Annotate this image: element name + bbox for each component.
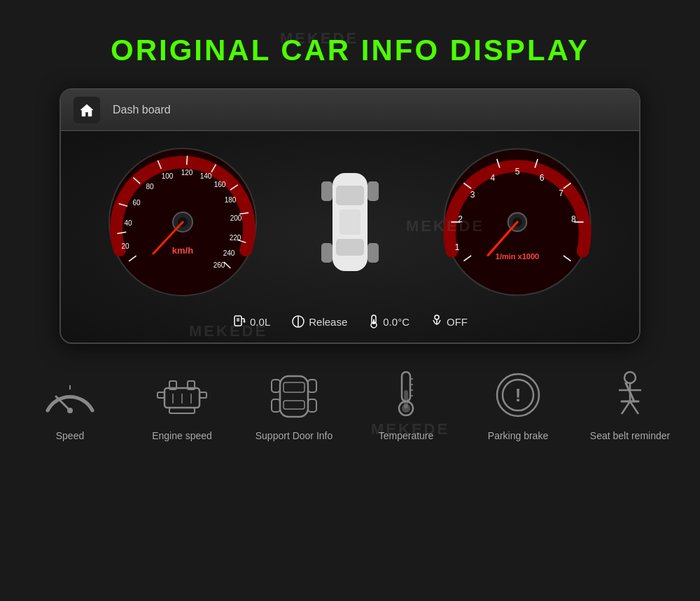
svg-rect-80 <box>200 392 206 398</box>
handbrake-value: Release <box>309 316 347 328</box>
temp-value: 0.0°C <box>383 316 410 328</box>
feature-parking-brake: ! Parking brake <box>476 371 560 443</box>
door-info-icon <box>266 373 322 418</box>
svg-text:4: 4 <box>490 173 495 183</box>
svg-line-107 <box>630 401 638 414</box>
temperature-label: Temperature <box>379 429 434 443</box>
fuel-value: 0.0L <box>250 316 270 328</box>
seatbelt-label: Seat belt reminder <box>590 429 670 443</box>
svg-text:140: 140 <box>200 172 212 180</box>
dashboard-label: Dash board <box>113 104 171 116</box>
seatbelt-value: OFF <box>447 316 468 328</box>
temp-status: 0.0°C <box>368 315 410 329</box>
svg-rect-33 <box>321 181 332 201</box>
speed-icon <box>42 374 98 416</box>
svg-text:7: 7 <box>559 188 564 198</box>
speedometer: 20 40 60 80 100 120 140 160 180 200 220 … <box>106 145 260 299</box>
fuel-status: 0.0L <box>232 315 270 329</box>
dashboard-screen: Dash board <box>59 88 640 344</box>
svg-rect-34 <box>368 181 379 201</box>
engine-speed-label: Engine speed <box>152 429 212 443</box>
door-icon-wrap <box>266 371 322 420</box>
door-info-label: Support Door Info <box>255 429 333 443</box>
speed-icon-wrap <box>42 371 98 420</box>
svg-rect-87 <box>284 401 304 409</box>
svg-rect-90 <box>272 399 280 412</box>
engine-icon-wrap <box>154 371 210 420</box>
svg-rect-91 <box>308 399 316 412</box>
dashboard-header: Dash board <box>61 90 639 131</box>
svg-line-106 <box>622 401 630 414</box>
thermometer-icon <box>368 315 379 329</box>
home-icon <box>79 103 94 117</box>
parking-brake-icon: ! <box>493 371 542 420</box>
gauges-row: 20 40 60 80 100 120 140 160 180 200 220 … <box>82 145 618 299</box>
feature-seatbelt: Seat belt reminder <box>588 371 672 443</box>
svg-text:120: 120 <box>181 169 193 177</box>
svg-point-99 <box>402 404 410 413</box>
svg-point-103 <box>624 372 636 383</box>
svg-text:220: 220 <box>230 234 241 242</box>
status-bar: 0.0L Release 0.0°C <box>232 309 468 331</box>
handbrake-icon <box>291 315 305 329</box>
seatbelt-icon <box>609 371 651 420</box>
features-row: Speed Engine speed <box>0 371 700 443</box>
svg-text:3: 3 <box>470 190 475 200</box>
engine-icon <box>154 373 210 418</box>
svg-rect-31 <box>336 186 364 205</box>
handbrake-status: Release <box>291 315 347 329</box>
feature-door-info: Support Door Info <box>252 371 336 443</box>
svg-text:6: 6 <box>539 173 544 183</box>
svg-marker-0 <box>80 104 93 116</box>
svg-text:240: 240 <box>223 249 235 257</box>
temperature-icon <box>392 371 420 420</box>
svg-rect-36 <box>368 243 379 263</box>
parking-brake-label: Parking brake <box>488 429 548 443</box>
seatbelt-icon-wrap <box>602 371 658 420</box>
svg-text:5: 5 <box>514 167 519 177</box>
seatbelt-status-icon <box>430 315 443 329</box>
svg-point-69 <box>435 315 439 319</box>
svg-text:260: 260 <box>214 261 225 269</box>
svg-text:200: 200 <box>230 214 242 222</box>
temperature-icon-wrap <box>378 371 434 420</box>
svg-text:160: 160 <box>214 181 226 188</box>
speed-label: Speed <box>56 429 84 443</box>
svg-rect-86 <box>284 382 304 392</box>
svg-rect-79 <box>158 392 164 398</box>
page-title: ORIGINAL CAR INFO DISPLAY <box>0 0 700 88</box>
svg-rect-60 <box>237 318 239 322</box>
svg-rect-37 <box>340 209 360 235</box>
svg-text:40: 40 <box>125 219 133 227</box>
feature-temperature: Temperature <box>364 371 448 443</box>
feature-speed: Speed <box>28 371 112 443</box>
svg-text:1/min x1000: 1/min x1000 <box>495 252 538 261</box>
svg-text:1: 1 <box>454 242 459 252</box>
svg-text:100: 100 <box>162 172 174 180</box>
svg-text:!: ! <box>515 385 522 406</box>
fuel-icon <box>232 315 246 329</box>
svg-rect-32 <box>336 239 364 256</box>
dashboard-body: 20 40 60 80 100 120 140 160 180 200 220 … <box>61 131 639 343</box>
svg-text:km/h: km/h <box>172 245 193 256</box>
tachometer: 1 2 3 4 5 6 7 8 1/min x1000 <box>440 145 594 299</box>
svg-text:80: 80 <box>146 183 155 191</box>
seatbelt-status: OFF <box>430 315 468 329</box>
home-button[interactable] <box>74 97 100 123</box>
svg-text:180: 180 <box>225 196 237 204</box>
svg-line-7 <box>187 156 188 165</box>
svg-point-63 <box>244 321 246 323</box>
svg-text:2: 2 <box>458 214 463 224</box>
svg-rect-88 <box>272 380 280 392</box>
parking-brake-icon-wrap: ! <box>490 371 546 420</box>
svg-rect-89 <box>308 380 316 392</box>
svg-text:20: 20 <box>122 242 130 250</box>
svg-rect-35 <box>321 243 332 263</box>
car-top-view <box>308 166 392 278</box>
svg-text:60: 60 <box>133 199 141 207</box>
svg-text:8: 8 <box>571 214 576 224</box>
feature-engine-speed: Engine speed <box>140 371 224 443</box>
